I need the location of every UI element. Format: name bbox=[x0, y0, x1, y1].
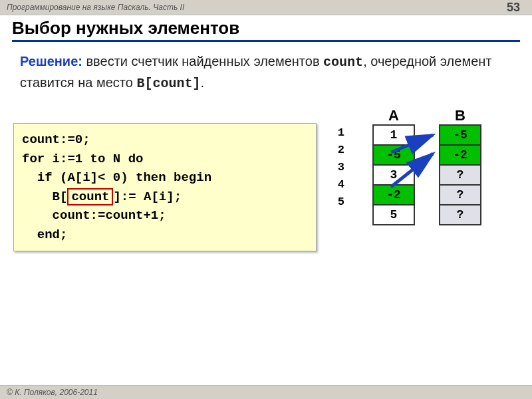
desc-part1: ввести счетчик найденных элементов bbox=[82, 54, 323, 68]
array-cell: -2 bbox=[439, 144, 481, 166]
desc-bcount: B[count] bbox=[136, 76, 200, 91]
index-column: 12345 bbox=[330, 124, 348, 225]
code-line: count:=0; bbox=[22, 130, 308, 150]
course-title: Программирование на языке Паскаль. Часть… bbox=[7, 3, 184, 12]
desc-part3: . bbox=[200, 75, 204, 90]
code-line: B[count]:= A[i]; bbox=[22, 188, 308, 207]
array-cell: 3 bbox=[372, 164, 415, 186]
slide-footer: © К. Поляков, 2006-2011 bbox=[0, 385, 532, 399]
code-line: count:=count+1; bbox=[22, 206, 308, 225]
code-block: count:=0; for i:=1 to N do if (A[i]< 0) … bbox=[13, 123, 317, 251]
index-label: 3 bbox=[330, 158, 348, 176]
code-line: end; bbox=[22, 225, 308, 245]
copyright: © К. Поляков, 2006-2011 bbox=[7, 388, 98, 397]
array-cell: -5 bbox=[372, 144, 415, 166]
array-diagram: 12345 A 1-53-25 B -5-2??? bbox=[330, 107, 481, 225]
highlighted-count: count bbox=[67, 188, 113, 206]
array-A: A 1-53-25 bbox=[372, 107, 415, 225]
slide-header: Программирование на языке Паскаль. Часть… bbox=[0, 0, 532, 15]
content-row: count:=0; for i:=1 to N do if (A[i]< 0) … bbox=[0, 100, 532, 251]
index-label: 5 bbox=[330, 192, 348, 211]
arrows-overlay bbox=[330, 107, 529, 240]
code-line: for i:=1 to N do bbox=[22, 150, 308, 169]
array-B: B -5-2??? bbox=[439, 107, 481, 225]
array-cell: -5 bbox=[439, 124, 481, 146]
array-cell: 5 bbox=[372, 204, 415, 225]
array-cell: ? bbox=[439, 204, 481, 225]
array-B-label: B bbox=[439, 107, 481, 124]
index-label: 1 bbox=[330, 123, 348, 142]
description: Решение: ввести счетчик найденных элемен… bbox=[0, 43, 532, 100]
array-A-label: A bbox=[372, 107, 415, 124]
array-cell: -2 bbox=[372, 184, 415, 205]
index-label: 2 bbox=[330, 140, 348, 159]
solution-label: Решение: bbox=[20, 54, 82, 68]
index-label: 4 bbox=[330, 175, 348, 194]
page-number: 53 bbox=[507, 1, 520, 15]
array-cell: 1 bbox=[372, 124, 415, 146]
array-cell: ? bbox=[439, 164, 481, 186]
desc-count: count bbox=[323, 55, 363, 70]
code-line: if (A[i]< 0) then begin bbox=[22, 168, 308, 188]
array-cell: ? bbox=[439, 184, 481, 205]
title-block: Выбор нужных элементов bbox=[0, 15, 532, 43]
slide-title: Выбор нужных элементов bbox=[12, 18, 520, 42]
